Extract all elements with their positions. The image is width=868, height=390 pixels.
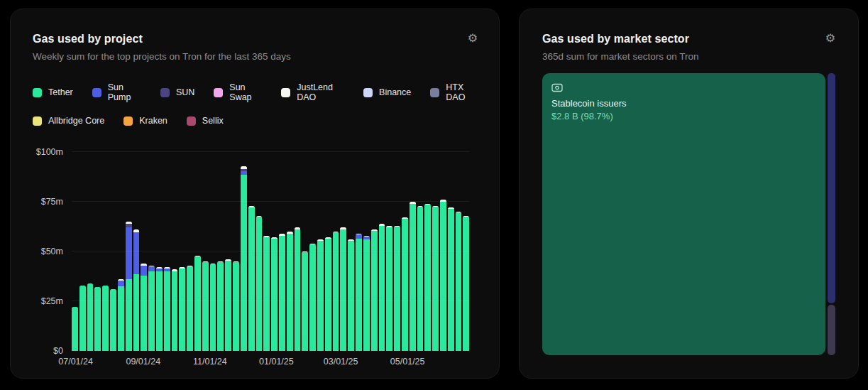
bar-week-48[interactable] <box>432 206 439 351</box>
bar-week-36[interactable] <box>340 227 346 351</box>
bar-week-13[interactable] <box>164 267 170 351</box>
legend-row: Allbridge CoreKrakenSellix <box>33 116 478 126</box>
bar-segment-sun-pump <box>118 281 124 286</box>
bar-week-23[interactable] <box>241 166 247 351</box>
bar-week-5[interactable] <box>102 286 109 351</box>
treemap-small-sectors <box>828 73 835 355</box>
legend-item-binance[interactable]: Binance <box>363 87 411 97</box>
bar-week-20[interactable] <box>217 261 224 351</box>
bar-week-31[interactable] <box>302 251 308 351</box>
legend-swatch <box>363 88 373 97</box>
bar-week-42[interactable] <box>386 226 392 351</box>
bar-week-50[interactable] <box>448 207 454 351</box>
bar-week-33[interactable] <box>317 239 324 351</box>
bar-week-43[interactable] <box>394 226 400 351</box>
sector-label: Stablecoin issuers <box>551 98 816 109</box>
legend-item-justlend-dao[interactable]: JustLend DAO <box>281 82 344 102</box>
gear-icon[interactable]: ⚙ <box>825 33 835 44</box>
bar-week-37[interactable] <box>348 239 354 351</box>
bar-segment-tether <box>356 239 362 351</box>
bar-week-47[interactable] <box>424 204 431 351</box>
bar-week-15[interactable] <box>179 267 185 351</box>
bar-segment-tether <box>79 286 86 351</box>
bar-week-16[interactable] <box>187 266 193 351</box>
treemap-sector-small-2[interactable] <box>828 305 835 355</box>
bar-segment-tether <box>118 286 124 351</box>
bar-week-35[interactable] <box>333 232 339 351</box>
bar-week-1[interactable] <box>72 307 78 351</box>
bar-week-39[interactable] <box>363 236 370 351</box>
gas-by-project-card: Gas used by project Weekly sum for the t… <box>10 9 500 379</box>
bar-week-14[interactable] <box>172 269 178 351</box>
bar-week-46[interactable] <box>417 206 424 351</box>
chart-legend: TetherSun PumpSUNSun SwapJustLend DAOBin… <box>33 82 478 126</box>
bar-week-9[interactable] <box>133 229 140 351</box>
legend-item-sun-swap[interactable]: Sun Swap <box>214 82 262 102</box>
bar-week-29[interactable] <box>287 232 293 351</box>
bar-week-10[interactable] <box>141 264 147 351</box>
bar-segment-tether <box>348 241 354 351</box>
bar-week-27[interactable] <box>271 237 278 351</box>
bar-segment-tether <box>94 287 101 351</box>
bar-week-49[interactable] <box>440 200 446 351</box>
bar-week-12[interactable] <box>156 267 163 351</box>
bar-segment-tether <box>379 226 385 351</box>
bar-week-25[interactable] <box>256 216 263 351</box>
treemap-sector-small-1[interactable] <box>828 73 835 303</box>
bar-segment-tether <box>102 286 109 351</box>
legend-item-allbridge-core[interactable]: Allbridge Core <box>33 116 104 126</box>
bar-week-45[interactable] <box>410 202 416 351</box>
bar-week-7[interactable] <box>118 279 124 351</box>
gear-icon[interactable]: ⚙ <box>468 33 478 44</box>
bar-week-11[interactable] <box>148 266 155 351</box>
bar-segment-tether <box>302 252 308 351</box>
legend-item-sellix[interactable]: Sellix <box>187 116 224 126</box>
gridline <box>72 251 469 251</box>
bar-week-26[interactable] <box>263 236 270 351</box>
legend-item-label: JustLend DAO <box>297 82 344 102</box>
bar-week-22[interactable] <box>233 261 239 351</box>
bar-week-19[interactable] <box>210 264 216 351</box>
plot-area <box>72 152 469 351</box>
bar-week-34[interactable] <box>325 237 331 351</box>
bar-week-52[interactable] <box>463 216 469 351</box>
gridline <box>72 300 469 301</box>
bar-week-30[interactable] <box>295 227 301 351</box>
bar-segment-tether <box>141 276 147 351</box>
bar-segment-tether <box>233 262 239 351</box>
bar-week-32[interactable] <box>309 244 316 351</box>
bar-week-3[interactable] <box>87 283 94 351</box>
bar-week-6[interactable] <box>110 289 116 351</box>
legend-item-sun[interactable]: SUN <box>160 87 194 97</box>
legend-item-htx-dao[interactable]: HTX DAO <box>430 82 478 102</box>
bar-week-21[interactable] <box>225 259 231 351</box>
legend-item-sun-pump[interactable]: Sun Pump <box>92 82 141 102</box>
bar-segment-tether <box>248 207 255 351</box>
bar-segment-tether <box>194 256 201 351</box>
bar-week-40[interactable] <box>371 229 378 351</box>
treemap-sector-stablecoin-issuers[interactable]: Stablecoin issuers $2.8 B (98.7%) <box>542 73 825 355</box>
page-title: Gas used by project <box>33 33 291 45</box>
bar-segment-tether <box>87 283 94 351</box>
x-tick-label: 01/01/25 <box>259 357 294 367</box>
bar-week-2[interactable] <box>79 286 86 351</box>
legend-item-label: SUN <box>176 87 194 97</box>
bar-segment-tether <box>164 271 170 351</box>
bar-week-44[interactable] <box>402 217 408 351</box>
bar-segment-tether <box>179 269 185 351</box>
bar-week-41[interactable] <box>379 224 385 351</box>
x-tick-label: 07/01/24 <box>58 357 93 367</box>
bar-segment-tether <box>279 236 285 351</box>
legend-item-tether[interactable]: Tether <box>33 87 73 97</box>
x-tick-label: 11/01/24 <box>193 357 227 367</box>
bar-week-4[interactable] <box>94 287 101 351</box>
bar-week-8[interactable] <box>126 222 132 351</box>
sector-value: $2.8 B (98.7%) <box>551 111 816 121</box>
bar-week-18[interactable] <box>202 261 209 351</box>
legend-item-kraken[interactable]: Kraken <box>123 116 167 126</box>
bar-week-17[interactable] <box>194 256 201 351</box>
bar-segment-sun-pump <box>126 227 132 279</box>
bar-week-51[interactable] <box>456 212 462 351</box>
bar-segment-tether <box>256 217 263 351</box>
bar-week-24[interactable] <box>248 206 255 351</box>
